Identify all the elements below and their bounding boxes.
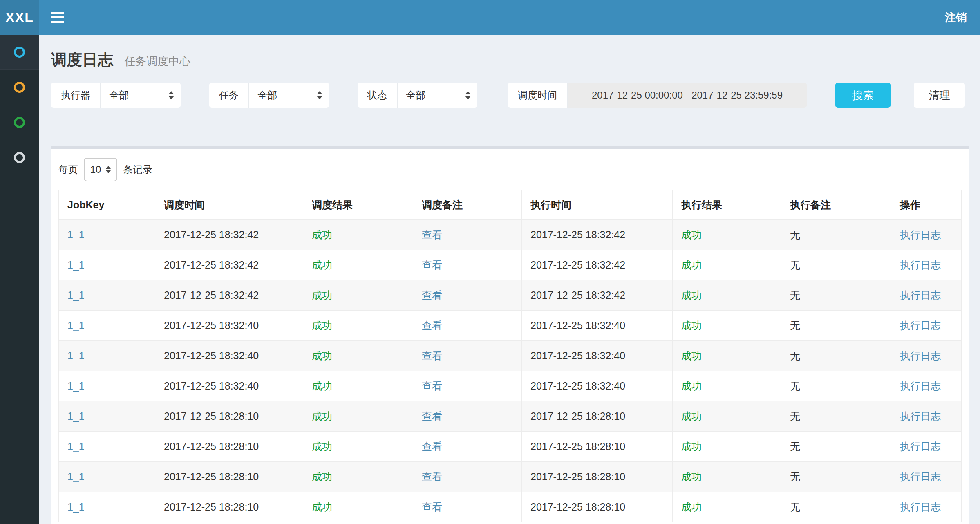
column-header-exec_result: 执行结果 — [673, 190, 781, 220]
jobkey-link[interactable]: 1_1 — [67, 229, 85, 240]
cell-jobkey: 1_1 — [59, 250, 155, 280]
dispatch_remark-link[interactable]: 查看 — [422, 259, 442, 271]
action-link[interactable]: 执行日志 — [900, 289, 941, 301]
action-link[interactable]: 执行日志 — [900, 380, 941, 392]
table-row: 1_12017-12-25 18:28:10成功查看2017-12-25 18:… — [59, 432, 962, 462]
cell-dispatch_result: 成功 — [303, 371, 413, 401]
cell-exec_result: 成功 — [673, 401, 781, 432]
page-header: 调度日志 任务调度中心 — [51, 35, 969, 73]
dispatch_remark-link[interactable]: 查看 — [422, 289, 442, 301]
jobkey-link[interactable]: 1_1 — [67, 350, 85, 361]
cell-action: 执行日志 — [891, 492, 962, 522]
cell-jobkey: 1_1 — [59, 280, 155, 311]
dispatch_remark-link[interactable]: 查看 — [422, 350, 442, 361]
app-logo[interactable]: XXL — [0, 0, 39, 35]
sidebar-item-menu-3[interactable] — [0, 105, 39, 140]
page-size-select[interactable]: 10 — [84, 158, 117, 181]
action-link[interactable]: 执行日志 — [900, 320, 941, 331]
dispatch_result-text: 成功 — [312, 289, 332, 301]
cell-dispatch_time: 2017-12-25 18:32:42 — [155, 220, 303, 250]
action-link[interactable]: 执行日志 — [900, 410, 941, 422]
table-row: 1_12017-12-25 18:32:40成功查看2017-12-25 18:… — [59, 311, 962, 341]
exec_time-text: 2017-12-25 18:28:10 — [530, 410, 625, 422]
jobkey-link[interactable]: 1_1 — [67, 259, 85, 271]
jobkey-link[interactable]: 1_1 — [67, 380, 85, 392]
cell-dispatch_result: 成功 — [303, 492, 413, 522]
dispatch_remark-link[interactable]: 查看 — [422, 410, 442, 422]
executor-filter-group: 执行器 全部 — [51, 83, 181, 108]
cell-dispatch_time: 2017-12-25 18:32:40 — [155, 341, 303, 371]
jobkey-link[interactable]: 1_1 — [67, 471, 85, 482]
cell-exec_remark: 无 — [781, 250, 891, 280]
sidebar-toggle-button[interactable] — [39, 0, 76, 35]
jobkey-link[interactable]: 1_1 — [67, 410, 85, 422]
dispatch_result-text: 成功 — [312, 259, 332, 271]
cell-action: 执行日志 — [891, 311, 962, 341]
cell-dispatch_remark: 查看 — [413, 250, 522, 280]
column-header-exec_time: 执行时间 — [522, 190, 673, 220]
exec_time-text: 2017-12-25 18:32:40 — [530, 380, 625, 392]
dispatch_result-text: 成功 — [312, 229, 332, 240]
dispatch_result-text: 成功 — [312, 410, 332, 422]
dispatch_remark-link[interactable]: 查看 — [422, 441, 442, 452]
sidebar-item-menu-4[interactable] — [0, 140, 39, 175]
time-range-input[interactable]: 2017-12-25 00:00:00 - 2017-12-25 23:59:5… — [568, 83, 807, 108]
table-row: 1_12017-12-25 18:32:42成功查看2017-12-25 18:… — [59, 220, 962, 250]
status-select[interactable]: 全部 — [398, 83, 477, 108]
hamburger-icon — [51, 12, 64, 14]
table-header-row: JobKey调度时间调度结果调度备注执行时间执行结果执行备注操作 — [59, 190, 962, 220]
dispatch_time-text: 2017-12-25 18:32:42 — [164, 259, 259, 271]
cell-action: 执行日志 — [891, 250, 962, 280]
dispatch_remark-link[interactable]: 查看 — [422, 471, 442, 482]
action-link[interactable]: 执行日志 — [900, 229, 941, 240]
dispatch_remark-link[interactable]: 查看 — [422, 380, 442, 392]
cell-exec_time: 2017-12-25 18:32:42 — [522, 250, 673, 280]
exec_remark-text: 无 — [790, 350, 800, 361]
page-size-control: 每页 10 条记录 — [51, 149, 969, 181]
sidebar-item-menu-1[interactable] — [0, 35, 39, 70]
select-stepper-icon — [317, 91, 322, 99]
cell-exec_remark: 无 — [781, 371, 891, 401]
column-header-dispatch_result: 调度结果 — [303, 190, 413, 220]
cell-exec_time: 2017-12-25 18:28:10 — [522, 462, 673, 492]
search-button[interactable]: 搜索 — [835, 83, 891, 108]
job-select[interactable]: 全部 — [249, 83, 329, 108]
cell-dispatch_remark: 查看 — [413, 280, 522, 311]
jobkey-link[interactable]: 1_1 — [67, 320, 85, 331]
dispatch_time-text: 2017-12-25 18:32:42 — [164, 289, 259, 301]
action-link[interactable]: 执行日志 — [900, 471, 941, 482]
action-link[interactable]: 执行日志 — [900, 501, 941, 513]
cell-dispatch_remark: 查看 — [413, 401, 522, 432]
cell-dispatch_time: 2017-12-25 18:28:10 — [155, 401, 303, 432]
jobkey-link[interactable]: 1_1 — [67, 441, 85, 452]
cell-dispatch_time: 2017-12-25 18:32:42 — [155, 280, 303, 311]
top-navbar: XXL 注销 — [0, 0, 980, 35]
job-select-value: 全部 — [257, 89, 277, 102]
jobkey-link[interactable]: 1_1 — [67, 501, 85, 513]
jobkey-link[interactable]: 1_1 — [67, 289, 85, 301]
logout-button[interactable]: 注销 — [932, 0, 980, 35]
cell-jobkey: 1_1 — [59, 311, 155, 341]
dispatch_remark-link[interactable]: 查看 — [422, 320, 442, 331]
cell-exec_remark: 无 — [781, 462, 891, 492]
cell-dispatch_result: 成功 — [303, 220, 413, 250]
cell-dispatch_time: 2017-12-25 18:32:40 — [155, 311, 303, 341]
exec_result-text: 成功 — [681, 350, 702, 361]
dispatch_result-text: 成功 — [312, 501, 332, 513]
executor-select[interactable]: 全部 — [101, 83, 181, 108]
cell-dispatch_time: 2017-12-25 18:28:10 — [155, 462, 303, 492]
status-filter-label: 状态 — [358, 83, 398, 108]
cell-exec_time: 2017-12-25 18:32:40 — [522, 341, 673, 371]
sidebar-item-menu-2[interactable] — [0, 70, 39, 105]
dispatch_remark-link[interactable]: 查看 — [422, 229, 442, 240]
exec_result-text: 成功 — [681, 289, 702, 301]
dispatch_remark-link[interactable]: 查看 — [422, 501, 442, 513]
action-link[interactable]: 执行日志 — [900, 350, 941, 361]
clear-button[interactable]: 清理 — [914, 83, 965, 108]
cell-exec_result: 成功 — [673, 462, 781, 492]
table-footer: 第 1 页 ( 总共 1 页，10 条记录 ) 上页 1 下页 — [51, 522, 969, 524]
action-link[interactable]: 执行日志 — [900, 259, 941, 271]
dispatch_time-text: 2017-12-25 18:28:10 — [164, 471, 259, 482]
action-link[interactable]: 执行日志 — [900, 441, 941, 452]
table-row: 1_12017-12-25 18:28:10成功查看2017-12-25 18:… — [59, 401, 962, 432]
